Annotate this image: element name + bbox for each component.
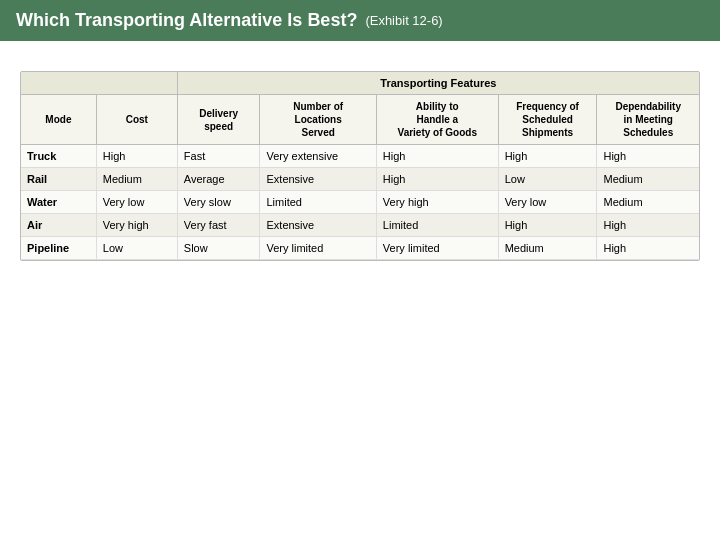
col-cost: Cost: [96, 95, 177, 145]
cell-2-3: Limited: [260, 191, 376, 214]
cell-1-2: Average: [177, 168, 260, 191]
section-label: Transporting Features: [177, 72, 699, 95]
table-row: TruckHighFastVery extensiveHighHighHigh: [21, 145, 699, 168]
cell-2-4: Very high: [376, 191, 498, 214]
cell-2-0: Water: [21, 191, 96, 214]
exhibit-label: (Exhibit 12-6): [365, 13, 442, 28]
col-delivery-speed: Deliveryspeed: [177, 95, 260, 145]
cell-4-4: Very limited: [376, 237, 498, 260]
col-locations-served: Number ofLocationsServed: [260, 95, 376, 145]
cell-1-1: Medium: [96, 168, 177, 191]
cell-3-4: Limited: [376, 214, 498, 237]
cell-2-6: Medium: [597, 191, 699, 214]
cell-2-5: Very low: [498, 191, 597, 214]
cell-1-4: High: [376, 168, 498, 191]
cell-2-2: Very slow: [177, 191, 260, 214]
cell-0-0: Truck: [21, 145, 96, 168]
cell-0-1: High: [96, 145, 177, 168]
transporting-table: Transporting Features Mode Cost Delivery…: [21, 72, 699, 260]
col-mode: Mode: [21, 95, 96, 145]
cell-3-6: High: [597, 214, 699, 237]
table-row: RailMediumAverageExtensiveHighLowMedium: [21, 168, 699, 191]
cell-0-2: Fast: [177, 145, 260, 168]
table-row: WaterVery lowVery slowLimitedVery highVe…: [21, 191, 699, 214]
cell-1-5: Low: [498, 168, 597, 191]
page-title: Which Transporting Alternative Is Best?: [16, 10, 357, 31]
cell-1-0: Rail: [21, 168, 96, 191]
cell-0-3: Very extensive: [260, 145, 376, 168]
cell-0-4: High: [376, 145, 498, 168]
section-header-row: Transporting Features: [21, 72, 699, 95]
cell-4-1: Low: [96, 237, 177, 260]
table-row: AirVery highVery fastExtensiveLimitedHig…: [21, 214, 699, 237]
header: Which Transporting Alternative Is Best? …: [0, 0, 720, 41]
cell-4-0: Pipeline: [21, 237, 96, 260]
cell-3-1: Very high: [96, 214, 177, 237]
cell-3-0: Air: [21, 214, 96, 237]
cell-1-3: Extensive: [260, 168, 376, 191]
section-empty: [21, 72, 177, 95]
table-row: PipelineLowSlowVery limitedVery limitedM…: [21, 237, 699, 260]
cell-0-5: High: [498, 145, 597, 168]
col-handle-variety: Ability toHandle aVariety of Goods: [376, 95, 498, 145]
col-dependability: Dependabilityin MeetingSchedules: [597, 95, 699, 145]
cell-0-6: High: [597, 145, 699, 168]
cell-1-6: Medium: [597, 168, 699, 191]
col-header-row: Mode Cost Deliveryspeed Number ofLocatio…: [21, 95, 699, 145]
cell-3-3: Extensive: [260, 214, 376, 237]
col-freq-shipments: Frequency ofScheduledShipments: [498, 95, 597, 145]
table-body: TruckHighFastVery extensiveHighHighHighR…: [21, 145, 699, 260]
cell-4-5: Medium: [498, 237, 597, 260]
cell-4-2: Slow: [177, 237, 260, 260]
cell-3-5: High: [498, 214, 597, 237]
table-wrapper: Transporting Features Mode Cost Delivery…: [20, 71, 700, 261]
cell-4-3: Very limited: [260, 237, 376, 260]
cell-2-1: Very low: [96, 191, 177, 214]
cell-3-2: Very fast: [177, 214, 260, 237]
main-content: Transporting Features Mode Cost Delivery…: [0, 41, 720, 281]
cell-4-6: High: [597, 237, 699, 260]
